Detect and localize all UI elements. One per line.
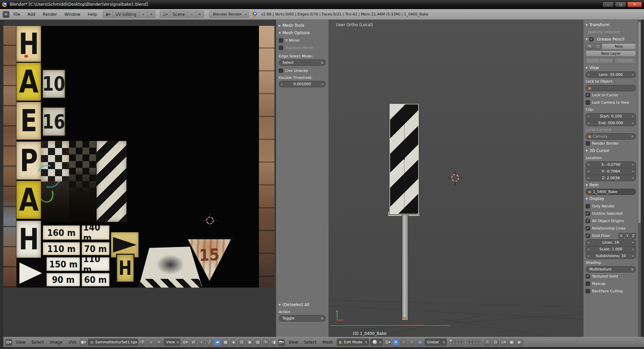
add-screen-button[interactable]: ＋ [139, 11, 148, 17]
translate-manipulator-icon[interactable]: ➤ [400, 339, 407, 346]
lens-field[interactable]: Lens: 35.000 [586, 71, 636, 78]
image-editor-icon[interactable]: ▤▾ [5, 339, 12, 346]
render-opengl-icon[interactable]: ▣ [508, 339, 515, 346]
layer-cell[interactable] [462, 342, 464, 345]
checkbox[interactable] [586, 100, 590, 105]
checkbox[interactable] [279, 38, 283, 43]
panel-display[interactable]: Display [586, 195, 636, 202]
n-panel-scrollbar[interactable] [638, 20, 641, 337]
menu-window[interactable]: Window [61, 12, 84, 17]
menu-file[interactable]: File [10, 12, 23, 17]
panel-mesh-tools[interactable]: Mesh Tools [279, 22, 326, 29]
snap-element-icon[interactable]: ◇▾ [500, 339, 507, 346]
shading-dropdown[interactable]: Multitexture [586, 266, 636, 272]
close-button[interactable] [627, 2, 642, 7]
image-mode-select[interactable]: View [164, 339, 180, 346]
unlink-icon[interactable]: ✕ [631, 135, 634, 138]
uv-2d-cursor[interactable] [203, 213, 217, 228]
grid-scale-field[interactable]: Scale: 1.000 [586, 246, 636, 252]
layer-cell[interactable] [455, 342, 458, 345]
checkbox[interactable]: ✓ [586, 226, 590, 231]
render-border-row[interactable]: Render Border [586, 140, 636, 147]
snap-magnet-icon[interactable]: Ω [492, 339, 499, 346]
layer-cell[interactable] [476, 342, 478, 345]
add-scene-button[interactable]: ＋ [187, 11, 196, 17]
object-name-field[interactable]: ▣ 1_0400_Bake [586, 189, 636, 195]
axis-x-toggle[interactable]: X [619, 233, 624, 239]
action-dropdown[interactable]: Toggle [279, 315, 326, 321]
signal-pole-mesh[interactable] [402, 214, 409, 320]
grid-lines-field[interactable]: Lines: 16 [586, 239, 636, 246]
uv-menu-uvs[interactable]: UVs [66, 340, 78, 345]
edge-select-mode-dropdown[interactable]: Select [279, 59, 326, 66]
sticky-select-icon[interactable]: ◈ [230, 339, 237, 346]
v3d-menu-view[interactable]: View [286, 340, 300, 345]
relationship-lines-row[interactable]: ✓ Relationship Lines [586, 225, 636, 232]
clip-start-field[interactable]: Start: 0.100 [586, 113, 636, 119]
layer-cell[interactable] [455, 339, 458, 342]
maximize-button[interactable] [615, 2, 626, 7]
edge-select-mode-icon[interactable]: ╱ [206, 339, 213, 346]
scene-browse-icon[interactable]: ◲▾ [160, 11, 170, 17]
layer-cell[interactable] [467, 339, 469, 342]
grease-pencil-new-button[interactable]: New [602, 43, 636, 50]
panel-mesh-options[interactable]: Mesh Options [279, 29, 326, 37]
menu-render[interactable]: Render [39, 12, 60, 17]
panel-transform[interactable]: Transform [586, 21, 636, 29]
layer-cell[interactable] [473, 339, 475, 342]
render-engine-select[interactable]: Blender Render [209, 11, 249, 18]
vertex-select-mode-icon[interactable]: ∙ [198, 339, 205, 346]
uv-menu-image[interactable]: Image [48, 340, 65, 345]
new-image-button[interactable]: ＋ [148, 339, 154, 346]
layer-cell[interactable] [449, 342, 452, 345]
grease-pencil-draw-icon[interactable]: ✎ [586, 44, 594, 50]
layer-cell[interactable] [470, 342, 472, 345]
panel-view[interactable]: View [586, 64, 636, 71]
viewport-3d[interactable]: User Ortho (Local) (0) 1_0400_Bake [329, 20, 583, 337]
checkbox[interactable] [586, 282, 590, 286]
pivot-point-select-icon[interactable]: ◎▾ [384, 339, 391, 346]
checkbox[interactable] [586, 289, 590, 293]
uv-editor-canvas[interactable]: H A 10 E 16 P A H 160 m 140 m 110 m 70 m… [3, 20, 276, 337]
grid-floor-row[interactable]: ✓ Grid Floor X Y Z [586, 232, 636, 239]
all-object-origins-row[interactable]: ✓ All Object Origins [586, 217, 636, 225]
grease-pencil-erase-icon[interactable]: ◌ [595, 44, 601, 50]
uv-sync-select-icon[interactable]: ⇄ [190, 339, 197, 346]
x-mirror-checkbox-row[interactable]: X Mirror [279, 37, 326, 44]
v3d-menu-mesh[interactable]: Mesh [320, 340, 336, 345]
scene-name[interactable]: Scene [170, 11, 188, 17]
panel-grease-pencil[interactable]: ✓ Grease Pencil [586, 36, 636, 43]
proportional-edit-icon[interactable]: ◉ [246, 339, 253, 346]
delete-frame-button[interactable]: Delete Frame [586, 57, 613, 64]
checkbox[interactable]: ✓ [586, 93, 590, 97]
scrollbar-thumb[interactable] [638, 22, 641, 223]
axis-y-toggle[interactable]: Y [625, 233, 630, 239]
layer-cell[interactable] [476, 339, 478, 342]
layer-cell[interactable] [452, 342, 455, 345]
image-browse-icon[interactable]: ▣▾ [80, 339, 87, 346]
layer-cell[interactable] [462, 339, 464, 342]
minimize-button[interactable] [602, 2, 614, 7]
screen-layout-name[interactable]: UV Editing [113, 11, 139, 17]
delete-scene-button[interactable]: ✕ [196, 11, 203, 17]
panel-item[interactable]: Item [586, 181, 636, 189]
mode-select[interactable]: ◧ Edit Mode [337, 339, 369, 346]
layer-grid[interactable] [449, 339, 481, 345]
layer-cell[interactable] [473, 342, 475, 345]
rotate-manipulator-icon[interactable]: ↻ [409, 339, 415, 346]
layer-cell[interactable] [467, 342, 469, 345]
textured-solid-row[interactable]: ✓ Textured Solid [586, 272, 636, 280]
menu-add[interactable]: Add [24, 12, 39, 17]
cursor-x-field[interactable]: X: -0.0790 [586, 161, 636, 168]
layer-cell[interactable] [479, 339, 481, 342]
menu-help[interactable]: Help [84, 12, 100, 17]
cursor-y-field[interactable]: Y: -0.7064 [586, 168, 636, 174]
bake-sign-mesh[interactable] [389, 104, 419, 214]
checkbox[interactable]: ✓ [586, 219, 590, 223]
local-camera-field[interactable]: ▣ Camera ✕ [586, 133, 636, 140]
checkbox[interactable]: ✓ [586, 234, 590, 238]
uv-draw-other-objects-icon[interactable]: ▥ [254, 339, 261, 346]
checkbox[interactable] [279, 46, 283, 50]
layer-cell[interactable] [452, 339, 455, 342]
checkbox[interactable]: ✓ [586, 211, 590, 216]
